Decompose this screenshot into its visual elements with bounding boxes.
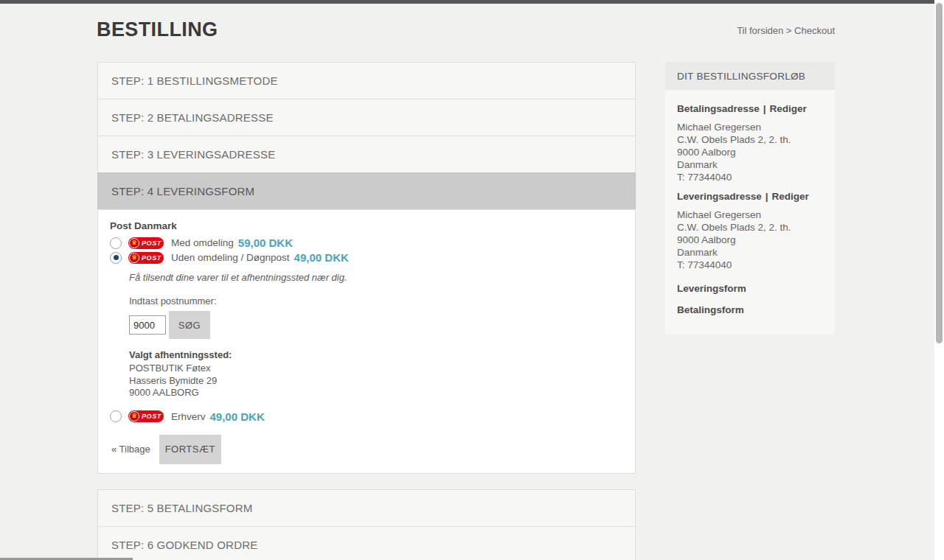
post-logo-text: POST (142, 254, 162, 262)
page-title: BESTILLING (97, 18, 218, 41)
billing-address-line: C.W. Obels Plads 2, 2. th. (677, 133, 823, 146)
radio-med-omdeling[interactable] (110, 237, 122, 249)
billing-address-label: Betalingsadresse (677, 103, 760, 114)
breadcrumb-current: Checkout (794, 25, 835, 36)
radio-uden-omdeling[interactable] (110, 252, 122, 264)
option-price: 49,00 DKK (294, 251, 349, 264)
delivery-address-line: C.W. Obels Plads 2, 2. th. (677, 221, 823, 234)
billing-address-title: Betalingsadresse|Rediger (677, 103, 823, 114)
billing-address-line: T: 77344040 (677, 171, 823, 183)
step-actions: « Tilbage FORTSÆT (110, 435, 623, 464)
pickup-line: 9000 AALBORG (129, 387, 623, 399)
step-3-header[interactable]: STEP: 3 LEVERINGSADRESSE (97, 136, 636, 173)
delivery-address-line: Danmark (677, 246, 823, 259)
pickup-note: Få tilsendt dine varer til et afhentning… (129, 272, 623, 283)
pickup-heading: Valgt afhentningssted: (129, 349, 623, 360)
shipping-option-med-omdeling: ♛ POST Med omdeling 59,00 DKK (110, 237, 623, 249)
leveringsform-section-title: Leveringsform (677, 283, 823, 294)
delivery-address-label: Leveringsadresse (677, 191, 762, 202)
post-logo-text: POST (142, 413, 162, 420)
billing-edit-link[interactable]: Rediger (770, 103, 807, 114)
title-separator: | (766, 191, 768, 202)
spacer (97, 473, 636, 489)
step-1-header[interactable]: STEP: 1 BESTILLINGSMETODE (97, 62, 636, 99)
post-logo-text: POST (142, 239, 162, 247)
option-label: Erhverv (171, 411, 206, 422)
browser-scrollbar[interactable] (934, 0, 944, 560)
order-summary-sidebar: DIT BESTILLINGSFORLØB Betalingsadresse|R… (665, 62, 835, 335)
sidebar-body: Betalingsadresse|Rediger Michael Gregers… (665, 90, 835, 335)
billing-address-line: Michael Gregersen (677, 121, 823, 133)
step-2-header[interactable]: STEP: 2 BETALINGSADRESSE (97, 99, 636, 136)
pickup-line: POSTBUTIK Føtex (129, 363, 623, 375)
billing-address-line: Danmark (677, 158, 823, 171)
title-separator: | (763, 103, 766, 114)
search-button[interactable]: SØG (169, 311, 210, 339)
option-label: Uden omdeling / Døgnpost (171, 252, 290, 263)
shipping-option-uden-omdeling: ♛ POST Uden omdeling / Døgnpost 49,00 DK… (110, 251, 623, 264)
option-label: Med omdeling (171, 237, 234, 248)
back-link[interactable]: « Tilbage (111, 444, 150, 455)
betalingsform-section-title: Betalingsform (677, 304, 823, 315)
post-danmark-logo: ♛ POST (128, 252, 164, 264)
continue-button[interactable]: FORTSÆT (159, 435, 221, 464)
scrollbar-thumb[interactable] (936, 3, 943, 343)
post-danmark-logo: ♛ POST (128, 237, 164, 249)
delivery-edit-link[interactable]: Rediger (772, 191, 809, 202)
checkout-steps: STEP: 1 BESTILLINGSMETODE STEP: 2 BETALI… (97, 62, 636, 560)
breadcrumb: Til forsiden > Checkout (614, 25, 835, 36)
crown-icon: ♛ (129, 253, 139, 263)
step-4-header[interactable]: STEP: 4 LEVERINGSFORM (97, 172, 636, 210)
step-5-header[interactable]: STEP: 5 BETALINGSFORM (97, 489, 636, 527)
postcode-label: Indtast postnummer: (129, 295, 623, 307)
breadcrumb-separator: > (786, 25, 792, 36)
option-price: 59,00 DKK (238, 237, 293, 249)
delivery-address-line: Michael Gregersen (677, 209, 823, 221)
postcode-search-row: SØG (129, 311, 623, 339)
shipping-option-erhverv: ♛ POST Erhverv 49,00 DKK (110, 410, 623, 423)
billing-address-line: 9000 Aalborg (677, 146, 823, 158)
carrier-title: Post Danmark (110, 220, 623, 231)
top-accent-bar (0, 0, 934, 4)
post-danmark-logo: ♛ POST (128, 410, 164, 422)
breadcrumb-home-link[interactable]: Til forsiden (737, 25, 783, 36)
pickup-line: Hasseris Bymidte 29 (129, 375, 623, 388)
option-price: 49,00 DKK (210, 410, 265, 423)
delivery-address-line: 9000 Aalborg (677, 234, 823, 246)
radio-erhverv[interactable] (110, 410, 122, 422)
step-6-header[interactable]: STEP: 6 GODKEND ORDRE (97, 526, 636, 560)
postcode-input[interactable] (129, 315, 166, 335)
delivery-address-line: T: 77344040 (677, 259, 823, 271)
step-4-panel: Post Danmark ♛ POST Med omdeling 59,00 D… (97, 209, 636, 474)
delivery-address-title: Leveringsadresse|Rediger (677, 191, 823, 202)
sidebar-header: DIT BESTILLINGSFORLØB (665, 62, 835, 90)
crown-icon: ♛ (129, 411, 139, 421)
crown-icon: ♛ (129, 238, 139, 248)
